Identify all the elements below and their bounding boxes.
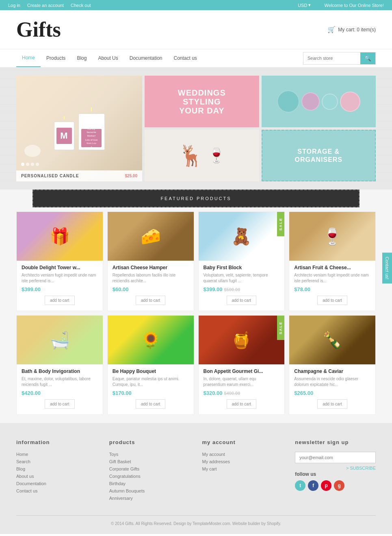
footer-info-link[interactable]: Home [16,452,97,457]
footer-product-link[interactable]: Autumn Bouquets [109,488,190,493]
chevron-down-icon: ▾ [308,2,311,8]
cart-icon: 🛒 [327,26,336,33]
footer-product-link[interactable]: Anniversary [109,496,190,501]
product-image: 🧸 [199,212,285,261]
hero-wedding-card[interactable]: WEDDINGS STYLING YOUR DAY [145,76,259,127]
logo[interactable]: Gifts [16,17,61,41]
cart-area[interactable]: 🛒 My cart: 0 item(s) [327,26,376,33]
product-image: 🍾 [289,316,375,364]
hero-product-title: PERSONALISED CANDLE [21,174,79,178]
product-desc: Eaque, pariatur molestia ips ut animi. C… [113,376,189,388]
add-to-cart-button[interactable]: add to cart [227,296,256,305]
footer-info-link[interactable]: Documentation [16,481,97,486]
product-price: $170.00 [113,390,189,396]
twitter-icon[interactable]: t [295,480,305,491]
product-name: Artisan Cheese Hamper [113,265,189,270]
currency-dropdown[interactable]: USD ▾ [298,2,311,8]
product-card: 🍾 Champagne & Caviar Assumenda in nescid… [289,315,376,415]
products-section: 🎁 Double Delight Tower w... Architecto v… [0,207,392,423]
product-info: Bon Appetit Gourmet Gi... In, dolore, qu… [199,364,285,414]
product-desc: Voluptatum, velit, sapiente, tempore qua… [204,272,280,284]
footer-info-link[interactable]: Blog [16,466,97,471]
product-price: $78.00 [294,286,370,292]
footer-product-link[interactable]: Birthday [109,481,190,486]
facebook-icon[interactable]: f [308,480,318,491]
nav-contact-us[interactable]: Contact us [168,50,202,67]
subscribe-button[interactable]: > SUBSCRIBE [346,466,376,471]
contact-us-tab[interactable]: Contact us! [382,253,392,283]
nav-links: Home Products Blog About Us Documentatio… [16,49,303,67]
footer-product-link[interactable]: Corporate Gifts [109,466,190,471]
nav: Home Products Blog About Us Documentatio… [0,49,392,68]
product-price: $60.00 [113,286,189,292]
product-name: Bath & Body Invigoration [22,368,98,374]
wedding-arrow [254,94,259,110]
footer-info-link[interactable]: About us [16,474,97,479]
add-to-cart-button[interactable]: add to cart [136,399,165,409]
pinterest-icon[interactable]: p [321,480,331,491]
hero-gift-card[interactable]: 🦌 🍷 [145,130,259,181]
welcome-message: Welcome to Our Online Store! [324,3,384,8]
footer-products-title: products [109,439,190,445]
footer-info-link[interactable]: Contact us [16,488,97,493]
product-desc: Assumenda in nescide odio glaeser doloru… [294,376,370,388]
hero-caption: PERSONALISED CANDLE $25.00 [16,170,142,181]
product-price: $320.00$400.00 [204,390,280,396]
checkout-link[interactable]: Check out [71,3,91,8]
add-to-cart-button[interactable]: add to cart [317,296,347,305]
nav-blog[interactable]: Blog [71,50,92,67]
nav-home[interactable]: Home [16,49,41,67]
nav-documentation[interactable]: Documentation [124,50,168,67]
candle-visual: M For myfavouriteMother!Lots of lovefrom… [46,99,113,158]
create-account-link[interactable]: Create an account [27,3,64,8]
footer-information-title: information [16,439,97,445]
footer-info-link[interactable]: Search [16,459,97,464]
hero-decorations-card[interactable] [262,76,376,127]
login-link[interactable]: Log in [8,3,20,8]
search-input[interactable] [303,53,360,63]
dot-3[interactable] [31,163,34,166]
add-to-cart-button[interactable]: add to cart [45,399,74,409]
nav-products[interactable]: Products [41,50,71,67]
product-name: Champagne & Caviar [294,368,370,374]
hero-main[interactable]: M For myfavouriteMother!Lots of lovefrom… [16,76,142,181]
product-card: 🍯 SALE Bon Appetit Gourmet Gi... In, dol… [198,315,285,415]
add-to-cart-button[interactable]: add to cart [227,399,256,409]
product-desc: Architecto veniam fugit impedit unde nam… [22,272,98,284]
dot-2[interactable] [26,163,29,166]
newsletter-email-input[interactable] [295,452,376,463]
featured-title: FEATURED PRODUCTS [160,196,231,201]
footer-products: products ToysGift BasketCorporate GiftsC… [109,439,190,503]
footer-product-link[interactable]: Congratulations [109,474,190,479]
product-image: 🧀 [108,212,194,261]
footer-product-link[interactable]: Gift Basket [109,459,190,464]
footer-account-link[interactable]: My account [202,452,283,457]
product-image: 🍯 [199,316,285,364]
add-to-cart-button[interactable]: add to cart [317,399,347,409]
product-price: $265.00 [294,390,370,396]
add-to-cart-button[interactable]: add to cart [45,296,74,305]
hero-dots [21,163,39,166]
product-desc: In, dolore, quaerat, ullam equ praesenti… [204,376,280,388]
product-price: $420.00 [22,390,98,396]
product-info: Be Happy Bouquet Eaque, pariatur molesti… [108,364,194,414]
add-to-cart-button[interactable]: add to cart [136,296,165,305]
hero-grid: M For myfavouriteMother!Lots of lovefrom… [16,76,376,181]
search-button[interactable]: 🔍 [360,52,375,64]
dot-4[interactable] [36,163,39,166]
nav-about-us[interactable]: About Us [92,50,123,67]
product-info: Artisan Cheese Hamper Repellendus laboru… [108,261,194,311]
footer-product-link[interactable]: Toys [109,452,190,457]
hero-storage-card[interactable]: STORAGE & ORGANISERS [262,130,376,181]
footer-newsletter: newsletter sign up > SUBSCRIBE follow us… [295,439,376,503]
dot-1[interactable] [21,163,24,166]
footer-account-link[interactable]: My addresses [202,459,283,464]
product-image: 🎁 [17,212,103,261]
footer-account-title: my account [202,439,283,445]
product-info: Artisan Fruit & Cheese... Architecto ven… [289,261,375,311]
product-desc: Repellendus laborum facilis illo iste re… [113,272,189,284]
search-area: 🔍 [303,52,376,65]
google-icon[interactable]: g [334,480,344,491]
footer-account-link[interactable]: My cart [202,466,283,471]
product-card: 🎁 Double Delight Tower w... Architecto v… [16,211,103,311]
